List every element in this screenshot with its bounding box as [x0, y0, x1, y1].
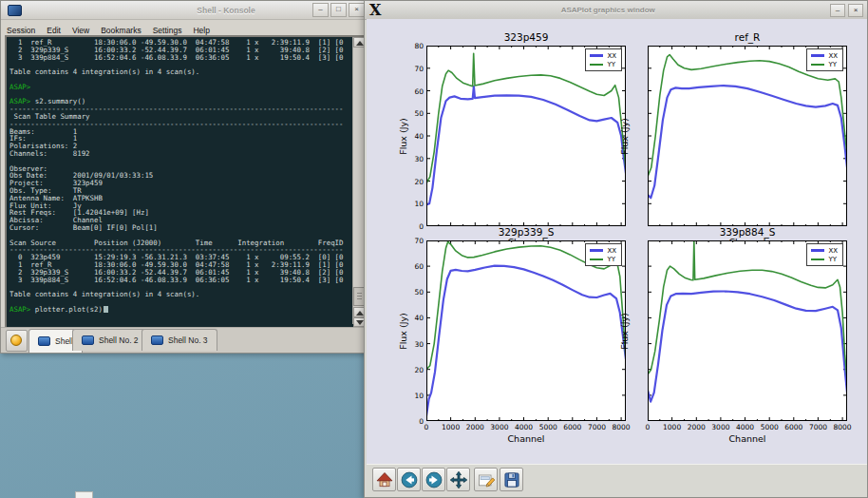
terminal-line: 3 339p884_S 16:52:04.6 -46.08.33.9 06:36…: [9, 54, 344, 62]
x-tick-label: 0: [635, 423, 660, 431]
legend: XXYY: [585, 48, 622, 71]
xx-legend-line: [590, 249, 603, 252]
menu-help[interactable]: Help: [187, 24, 215, 35]
y-axis-label: Flux (Jy): [397, 240, 408, 421]
back-icon: [400, 470, 419, 489]
terminal-line: Channels: 8192: [9, 150, 344, 158]
close-button[interactable]: ×: [848, 4, 863, 17]
back-button[interactable]: [397, 468, 421, 491]
legend-label: XX: [607, 52, 616, 60]
maximize-button[interactable]: □: [330, 3, 347, 17]
x-axis-label: Channel: [426, 433, 626, 444]
configure-subplots-icon: [477, 470, 496, 489]
forward-button[interactable]: [422, 468, 445, 491]
terminal-tab-icon: [151, 335, 163, 345]
plot-axes: [426, 240, 626, 421]
x-tick-label: 5000: [536, 423, 560, 431]
plot-toolbar: [367, 464, 867, 495]
terminal-cursor: [104, 306, 108, 313]
minimize-button[interactable]: –: [830, 4, 845, 17]
yy-legend-line: [590, 64, 603, 66]
plot-axes: [648, 240, 847, 421]
axis-ticks: [427, 47, 625, 225]
legend-label: YY: [607, 256, 615, 263]
axis-ticks: [649, 47, 846, 225]
menu-settings[interactable]: Settings: [147, 24, 188, 35]
figure-canvas[interactable]: 323p45901020304050607080Flux (Jy)Channel…: [367, 19, 867, 466]
konsole-window: Shell - Konsole – □ × SessionEditViewBoo…: [0, 0, 368, 354]
x-tick-label: 1000: [660, 423, 685, 431]
x11-logo-icon: X: [365, 2, 386, 18]
legend: XXYY: [806, 48, 843, 71]
terminal-line: Table contains 4 integration(s) in 4 sca…: [9, 291, 344, 298]
yy-legend-line: [811, 259, 824, 260]
y-axis-label: Flux (Jy): [397, 46, 408, 226]
save-icon: [502, 470, 521, 489]
y-axis-label: Flux (Jy): [618, 240, 630, 421]
legend-label: YY: [828, 256, 837, 263]
legend-label: XX: [607, 247, 616, 255]
terminal-output[interactable]: 1 ref_R 18:30:06.0 -49.59.30.0 04:47:58 …: [9, 39, 344, 320]
taskbar-fragment: [75, 491, 93, 498]
configure-subplots-button[interactable]: [474, 468, 498, 491]
legend-label: YY: [828, 61, 837, 68]
terminal-line: 3 339p884_S 16:52:04.6 -46.08.33.9 06:36…: [9, 277, 344, 284]
pan-icon: [449, 470, 468, 489]
new-session-icon: [10, 335, 22, 346]
xx-curve: [649, 86, 846, 198]
legend-label: XX: [828, 52, 838, 60]
terminal-tab-icon: [38, 336, 50, 346]
x-axis-label: Channel: [648, 433, 847, 444]
tab-label: Shell: [55, 336, 73, 346]
plot-axes: [648, 46, 847, 226]
x-tick-label: 6000: [560, 423, 585, 431]
xx-legend-line: [811, 54, 824, 57]
konsole-app-icon: [8, 5, 22, 16]
xx-curve: [649, 292, 846, 402]
terminal-line: [9, 76, 344, 84]
menu-edit[interactable]: Edit: [41, 24, 66, 35]
konsole-titlebar[interactable]: Shell - Konsole – □ ×: [1, 1, 368, 20]
asaplot-window-title: ASAPlot graphics window: [386, 6, 830, 14]
new-session-button[interactable]: [6, 330, 28, 352]
subplot-ref_R: ref_RFlux (Jy)ChannelXXYY: [648, 46, 847, 226]
yy-legend-line: [590, 259, 603, 260]
tab-label: Shell No. 2: [99, 335, 139, 345]
x-tick-label: 0: [414, 423, 439, 431]
axis-ticks: [649, 241, 846, 420]
menu-view[interactable]: View: [66, 24, 95, 35]
x-tick-label: 7000: [584, 423, 609, 431]
xx-curve: [427, 266, 625, 416]
tab-shell-no-2[interactable]: Shell No. 2: [72, 329, 148, 351]
x-tick-label: 3000: [487, 423, 512, 431]
terminal-line: ASAP>: [9, 84, 344, 91]
x-tick-label: 6000: [782, 423, 806, 431]
x-tick-label: 8000: [830, 423, 855, 431]
menu-bookmarks[interactable]: Bookmarks: [95, 24, 147, 35]
pan-button[interactable]: [446, 468, 470, 491]
menu-session[interactable]: Session: [1, 24, 41, 35]
legend-label: XX: [828, 247, 838, 255]
asaplot-titlebar[interactable]: X ASAPlot graphics window – ×: [365, 1, 867, 20]
konsole-menubar: SessionEditViewBookmarksSettingsHelp: [1, 20, 368, 34]
konsole-tabbar: ShellShell No. 2Shell No. 3: [1, 327, 368, 353]
plot-axes: [426, 46, 626, 226]
minimize-button[interactable]: –: [312, 3, 329, 17]
x-tick-label: 1000: [439, 423, 463, 431]
x-tick-label: 2000: [684, 423, 708, 431]
home-button[interactable]: [372, 468, 396, 491]
legend: XXYY: [585, 243, 622, 266]
legend: XXYY: [806, 243, 843, 266]
tab-shell-no-3[interactable]: Shell No. 3: [142, 329, 217, 351]
konsole-window-title: Shell - Konsole: [26, 6, 312, 15]
yy-curve: [427, 53, 625, 183]
save-button[interactable]: [500, 468, 523, 491]
home-icon: [375, 470, 394, 489]
terminal-line: Cursor: Beam[0] IF[0] Pol[1]: [9, 224, 344, 232]
terminal-tab-icon: [82, 335, 94, 345]
terminal-line: Table contains 4 integration(s) in 4 sca…: [9, 68, 344, 76]
close-button[interactable]: ×: [349, 3, 365, 17]
desktop: Shell - Konsole – □ × SessionEditViewBoo…: [0, 0, 868, 498]
asaplot-window: X ASAPlot graphics window – × 323p459010…: [364, 0, 868, 498]
terminal-line: [9, 158, 344, 165]
